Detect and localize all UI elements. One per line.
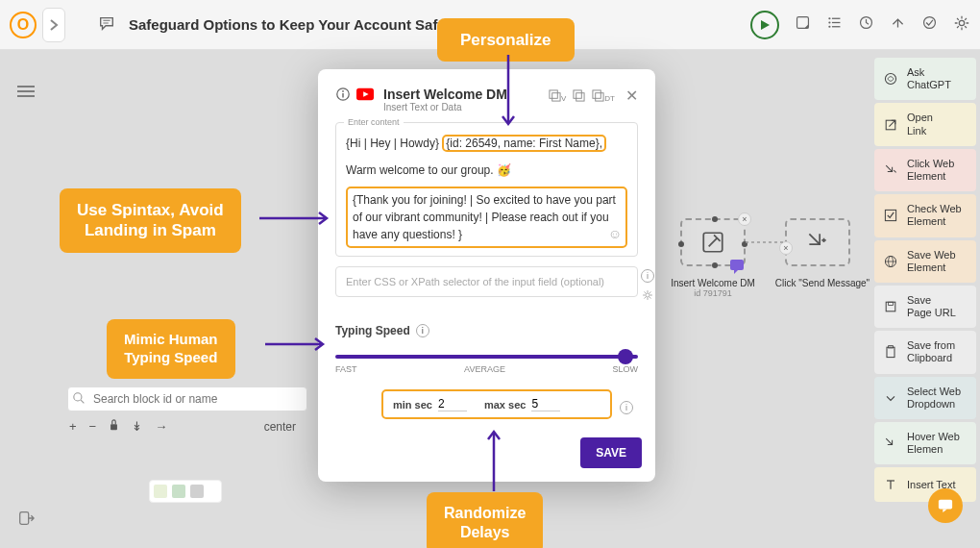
add-button[interactable]: + <box>67 419 79 434</box>
note-icon[interactable] <box>795 14 811 35</box>
chat-small-icon <box>730 260 746 275</box>
svg-rect-39 <box>552 93 560 101</box>
globe-icon <box>882 253 899 270</box>
share-icon[interactable] <box>890 14 906 35</box>
gpt-icon <box>882 70 899 87</box>
sidebar-item-globe[interactable]: Save Web Element <box>874 240 976 283</box>
svg-point-44 <box>646 293 649 297</box>
selector-input[interactable]: Enter CSS or XPath selector of the input… <box>335 266 638 297</box>
svg-point-35 <box>342 90 344 92</box>
text-icon <box>882 476 899 493</box>
chat-fab[interactable] <box>928 488 963 523</box>
copy-v-button[interactable]: V <box>549 89 566 103</box>
emoji-picker-icon[interactable]: ☺ <box>608 224 622 244</box>
svg-point-3 <box>828 17 830 19</box>
remove-button[interactable]: − <box>87 419 99 434</box>
verify-icon[interactable] <box>921 14 938 35</box>
action-sidebar: Ask ChatGPTOpen LinkClick Web ElementChe… <box>874 58 976 502</box>
youtube-icon[interactable] <box>356 87 374 105</box>
svg-rect-22 <box>886 302 895 311</box>
svg-rect-41 <box>576 93 584 101</box>
svg-point-16 <box>885 74 895 85</box>
sidebar-item-gpt[interactable]: Ask ChatGPT <box>874 58 976 100</box>
list-icon[interactable] <box>826 14 843 35</box>
page-title: Safeguard Options to Keep Your Account S… <box>129 16 446 33</box>
modal-subtitle: Insert Text or Data <box>383 102 507 112</box>
gear-icon[interactable] <box>953 14 970 36</box>
center-button[interactable]: center <box>262 420 298 434</box>
copy-dt-button[interactable]: DT <box>592 89 615 103</box>
copy-button[interactable] <box>573 89 585 102</box>
typing-info-icon[interactable]: i <box>416 324 429 337</box>
lock-icon[interactable] <box>107 419 121 434</box>
content-label: Enter content <box>344 116 404 130</box>
history-icon[interactable] <box>858 14 874 35</box>
link-icon <box>882 116 899 134</box>
svg-rect-29 <box>730 260 744 270</box>
save-button[interactable]: SAVE <box>580 437 642 468</box>
sidebar-item-hover[interactable]: Hover Web Elemen <box>874 422 976 464</box>
min-sec-input[interactable] <box>438 397 467 411</box>
arrow-down-icon[interactable]: ↡ <box>130 419 144 434</box>
color-palette[interactable] <box>149 480 222 503</box>
svg-rect-38 <box>550 90 557 98</box>
delay-info-icon[interactable]: i <box>620 401 633 414</box>
click-icon <box>882 162 899 179</box>
callout-delays: Randomize Delays <box>427 492 543 548</box>
sidebar-item-click[interactable]: Click Web Element <box>874 149 976 191</box>
svg-rect-49 <box>939 500 952 510</box>
node-label-b: Click "Send Message" <box>774 278 870 288</box>
app-logo: O <box>10 12 37 38</box>
clip-icon <box>882 343 899 361</box>
speed-slider-thumb[interactable] <box>618 349 633 364</box>
hover-icon <box>882 435 899 452</box>
speed-slider[interactable] <box>335 355 638 359</box>
svg-rect-40 <box>574 90 581 98</box>
svg-rect-18 <box>885 211 895 221</box>
insert-text-modal: Insert Welcome DM Insert Text or Data V … <box>318 69 655 482</box>
svg-point-5 <box>828 21 830 23</box>
search-input[interactable] <box>67 386 307 411</box>
delay-range: min sec max sec i <box>381 389 612 419</box>
svg-rect-43 <box>596 93 603 101</box>
svg-line-32 <box>81 400 84 403</box>
drop-icon <box>882 389 899 407</box>
node-label-a: Insert Welcome DM id 791791 <box>670 278 756 298</box>
save-icon <box>882 298 899 315</box>
selector-info-icon[interactable]: i <box>641 269 654 283</box>
comment-icon[interactable] <box>98 14 115 36</box>
callout-typing: Mimic Human Typing Speed <box>107 319 235 379</box>
svg-rect-42 <box>593 90 600 98</box>
info-icon[interactable] <box>335 87 351 106</box>
canvas-node-send-message[interactable]: × <box>785 218 850 266</box>
sidebar-item-check[interactable]: Check Web Element <box>874 194 976 237</box>
arrow-right-icon[interactable]: → <box>153 419 169 434</box>
modal-title: Insert Welcome DM <box>383 87 507 102</box>
sidebar-item-drop[interactable]: Select Web Dropdown <box>874 377 976 419</box>
svg-point-31 <box>74 393 82 401</box>
svg-rect-33 <box>110 424 117 430</box>
variable-pill[interactable]: {id: 26549, name: First Name}, <box>442 135 606 152</box>
sidebar-item-link[interactable]: Open Link <box>874 103 976 145</box>
svg-rect-24 <box>887 348 894 358</box>
search-icon <box>73 392 86 405</box>
svg-point-11 <box>959 20 964 25</box>
node-close-a[interactable]: × <box>738 212 751 226</box>
sidebar-item-save[interactable]: Save Page URL <box>874 286 976 328</box>
chevron-right-button[interactable] <box>42 8 65 42</box>
content-textarea[interactable]: Enter content {Hi | Hey | Howdy} {id: 26… <box>335 122 638 257</box>
play-button[interactable] <box>750 11 779 39</box>
close-icon[interactable]: ✕ <box>625 87 638 105</box>
callout-spintax: Use Spintax, Avoid Landing in Spam <box>60 188 241 253</box>
svg-point-10 <box>924 17 936 29</box>
max-sec-input[interactable] <box>531 397 560 411</box>
svg-point-7 <box>828 26 830 28</box>
sidebar-item-clip[interactable]: Save from Clipboard <box>874 331 976 373</box>
selector-gear-icon[interactable] <box>641 288 654 304</box>
typing-speed-label: Typing Speed <box>335 324 410 337</box>
check-icon <box>882 207 899 224</box>
